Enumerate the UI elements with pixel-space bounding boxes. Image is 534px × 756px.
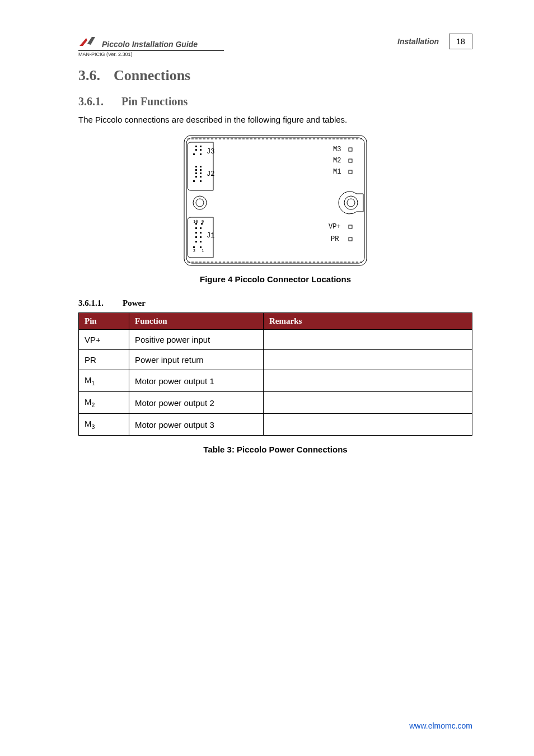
footer-url[interactable]: www.elmomc.com <box>409 721 472 730</box>
svg-rect-31 <box>200 246 202 248</box>
svg-rect-17 <box>200 176 202 178</box>
version-line: MAN-PICIG (Ver. 2.301) <box>78 52 472 57</box>
svg-rect-12 <box>195 169 197 171</box>
svg-rect-26 <box>195 236 197 238</box>
label-m3: M3 <box>333 146 341 153</box>
svg-rect-16 <box>195 176 197 178</box>
svg-rect-18 <box>193 180 195 182</box>
svg-rect-30 <box>193 246 195 248</box>
subsection-heading: 3.6.1.Pin Functions <box>78 95 472 108</box>
label-pr: PR <box>331 235 339 243</box>
cell-function: Motor power output 1 <box>129 370 264 392</box>
svg-rect-27 <box>200 236 202 238</box>
doc-title: Piccolo Installation Guide <box>102 40 198 49</box>
cell-function: Motor power output 2 <box>129 392 264 414</box>
svg-rect-9 <box>200 153 202 155</box>
chapter-name: Installation <box>397 37 439 46</box>
figure-wrapper: 10 9 2 1 J3 J2 J1 M3 M2 M1 VP+ PR <box>78 134 472 267</box>
cell-remarks <box>264 392 472 414</box>
table-row: PR Power input return <box>79 350 472 370</box>
svg-rect-24 <box>195 232 197 234</box>
svg-rect-6 <box>195 149 197 151</box>
cell-remarks <box>264 370 472 392</box>
pin-sub: 2 <box>92 402 95 408</box>
label-vp: VP+ <box>329 223 341 231</box>
table-row: VP+ Positive power input <box>79 330 472 350</box>
figure-caption: Figure 4 Piccolo Connector Locations <box>78 274 472 284</box>
svg-rect-7 <box>200 149 202 151</box>
cell-pin: M2 <box>79 392 129 414</box>
svg-rect-4 <box>195 146 197 147</box>
cell-remarks <box>264 350 472 370</box>
power-table: Pin Function Remarks VP+ Positive power … <box>78 312 472 436</box>
svg-point-37 <box>196 199 204 207</box>
svg-rect-41 <box>349 159 352 162</box>
section-title: Connections <box>114 67 190 83</box>
cell-pin: VP+ <box>79 330 129 350</box>
cell-function: Motor power output 3 <box>129 414 264 436</box>
th-function: Function <box>129 313 264 330</box>
svg-rect-25 <box>200 232 202 234</box>
svg-rect-8 <box>193 153 195 155</box>
cell-function: Positive power input <box>129 330 264 350</box>
label-m2: M2 <box>333 157 341 165</box>
svg-point-36 <box>193 196 207 209</box>
elmo-logo-icon <box>78 36 97 49</box>
svg-rect-10 <box>195 166 197 167</box>
svg-rect-43 <box>349 225 352 228</box>
cell-pin: PR <box>79 350 129 370</box>
page-number: 18 <box>456 37 465 46</box>
header-right: Installation 18 <box>397 34 472 49</box>
table-row: M1 Motor power output 1 <box>79 370 472 392</box>
page-number-badge: 18 <box>449 34 472 49</box>
svg-rect-5 <box>200 146 202 147</box>
subsubsection-heading: 3.6.1.1.Power <box>78 298 472 308</box>
table-row: M3 Motor power output 3 <box>79 414 472 436</box>
svg-rect-13 <box>200 169 202 171</box>
subsection-title: Pin Functions <box>121 95 188 108</box>
cell-pin: M1 <box>79 370 129 392</box>
table-caption: Table 3: Piccolo Power Connections <box>78 445 472 454</box>
svg-rect-42 <box>349 170 352 174</box>
section-number: 3.6. <box>78 67 100 83</box>
pin-text: M <box>85 397 92 407</box>
table-header-row: Pin Function Remarks <box>79 313 472 330</box>
connector-diagram: 10 9 2 1 J3 J2 J1 M3 M2 M1 VP+ PR <box>183 134 368 267</box>
svg-text:1: 1 <box>202 249 204 253</box>
cell-remarks <box>264 330 472 350</box>
svg-rect-22 <box>195 227 197 229</box>
subsubsection-title: Power <box>123 298 146 307</box>
subsection-number: 3.6.1. <box>78 95 104 108</box>
svg-text:9: 9 <box>202 220 204 224</box>
header-left: Piccolo Installation Guide <box>78 36 198 49</box>
pin-text: PR <box>85 355 96 365</box>
pin-text: M <box>85 375 92 385</box>
cell-remarks <box>264 414 472 436</box>
cell-function: Power input return <box>129 350 264 370</box>
label-m1: M1 <box>333 168 341 176</box>
section-heading: 3.6.Connections <box>78 67 472 84</box>
table-row: M2 Motor power output 2 <box>79 392 472 414</box>
th-remarks: Remarks <box>264 313 472 330</box>
th-pin: Pin <box>79 313 129 330</box>
svg-rect-28 <box>195 241 197 242</box>
page-header: Piccolo Installation Guide Installation … <box>78 34 472 49</box>
intro-paragraph: The Piccolo connections are described in… <box>78 115 472 124</box>
label-j3: J3 <box>207 148 214 156</box>
svg-rect-23 <box>200 227 202 229</box>
svg-rect-19 <box>200 180 202 182</box>
svg-rect-15 <box>200 172 202 174</box>
pin-sub: 3 <box>92 423 95 430</box>
cell-pin: M3 <box>79 414 129 436</box>
svg-text:10: 10 <box>193 220 198 224</box>
svg-rect-40 <box>349 148 352 151</box>
svg-rect-11 <box>200 166 202 167</box>
pin-sub: 1 <box>92 380 95 386</box>
pin-text: VP+ <box>85 335 101 344</box>
svg-point-39 <box>347 199 355 207</box>
svg-point-38 <box>344 196 358 209</box>
svg-rect-29 <box>200 241 202 242</box>
svg-rect-14 <box>195 172 197 174</box>
subsubsection-number: 3.6.1.1. <box>78 298 104 307</box>
label-j1: J1 <box>207 232 214 240</box>
